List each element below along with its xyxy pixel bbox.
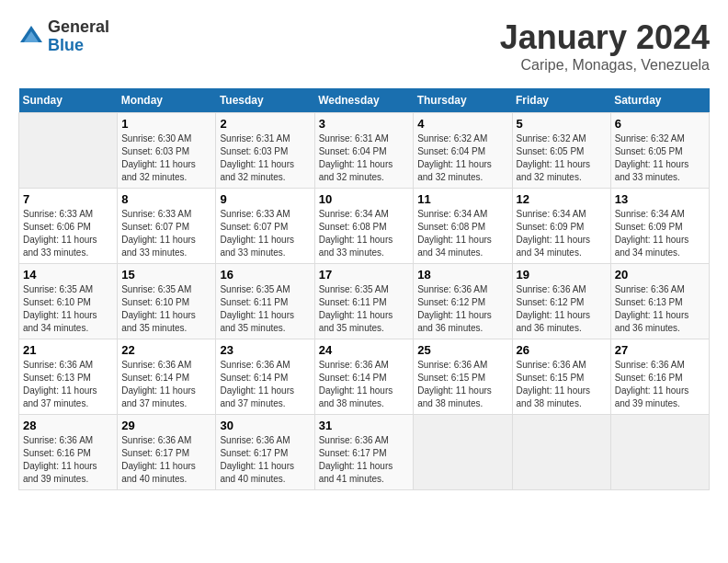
day-number: 8 (121, 192, 211, 206)
day-number: 13 (615, 192, 705, 206)
calendar-cell: 14Sunrise: 6:35 AMSunset: 6:10 PMDayligh… (19, 264, 118, 339)
day-info: Sunrise: 6:36 AMSunset: 6:13 PMDaylight:… (23, 359, 113, 410)
day-info: Sunrise: 6:35 AMSunset: 6:11 PMDaylight:… (319, 283, 410, 335)
calendar-cell: 25Sunrise: 6:36 AMSunset: 6:15 PMDayligh… (414, 339, 512, 415)
day-number: 20 (615, 268, 705, 282)
logo-blue: Blue (48, 37, 109, 55)
day-number: 3 (319, 117, 410, 131)
header: General Blue January 2024 Caripe, Monaga… (18, 18, 710, 74)
calendar-cell: 21Sunrise: 6:36 AMSunset: 6:13 PMDayligh… (19, 339, 118, 415)
day-info: Sunrise: 6:31 AMSunset: 6:03 PMDaylight:… (220, 132, 310, 184)
col-header-wednesday: Wednesday (314, 88, 414, 113)
day-info: Sunrise: 6:36 AMSunset: 6:17 PMDaylight:… (220, 434, 310, 486)
day-info: Sunrise: 6:33 AMSunset: 6:07 PMDaylight:… (121, 208, 211, 259)
day-info: Sunrise: 6:36 AMSunset: 6:17 PMDaylight:… (319, 434, 410, 486)
day-number: 18 (417, 268, 507, 282)
calendar-cell: 1Sunrise: 6:30 AMSunset: 6:03 PMDaylight… (118, 113, 216, 189)
day-info: Sunrise: 6:32 AMSunset: 6:05 PMDaylight:… (517, 132, 607, 184)
day-number: 29 (121, 419, 211, 432)
day-number: 1 (121, 117, 211, 131)
col-header-sunday: Sunday (19, 88, 118, 113)
day-info: Sunrise: 6:36 AMSunset: 6:12 PMDaylight:… (417, 283, 507, 335)
calendar-cell: 18Sunrise: 6:36 AMSunset: 6:12 PMDayligh… (414, 264, 512, 339)
day-info: Sunrise: 6:36 AMSunset: 6:16 PMDaylight:… (615, 359, 705, 410)
calendar-cell: 31Sunrise: 6:36 AMSunset: 6:17 PMDayligh… (314, 415, 414, 490)
calendar-cell: 12Sunrise: 6:34 AMSunset: 6:09 PMDayligh… (512, 189, 610, 264)
calendar-cell (512, 415, 610, 490)
calendar-cell (610, 415, 709, 490)
day-info: Sunrise: 6:36 AMSunset: 6:14 PMDaylight:… (319, 359, 410, 410)
day-number: 6 (615, 117, 705, 131)
day-info: Sunrise: 6:34 AMSunset: 6:08 PMDaylight:… (319, 208, 410, 259)
day-info: Sunrise: 6:32 AMSunset: 6:04 PMDaylight:… (417, 132, 507, 184)
day-number: 2 (220, 117, 310, 131)
day-number: 12 (517, 192, 607, 206)
day-info: Sunrise: 6:36 AMSunset: 6:14 PMDaylight:… (121, 359, 211, 410)
day-info: Sunrise: 6:33 AMSunset: 6:07 PMDaylight:… (220, 208, 310, 259)
calendar-cell: 9Sunrise: 6:33 AMSunset: 6:07 PMDaylight… (216, 189, 314, 264)
calendar-cell: 19Sunrise: 6:36 AMSunset: 6:12 PMDayligh… (512, 264, 610, 339)
col-header-friday: Friday (512, 88, 610, 113)
calendar-cell: 7Sunrise: 6:33 AMSunset: 6:06 PMDaylight… (19, 189, 118, 264)
calendar-cell (19, 113, 118, 189)
day-info: Sunrise: 6:30 AMSunset: 6:03 PMDaylight:… (121, 132, 211, 184)
logo: General Blue (18, 18, 109, 55)
day-number: 26 (517, 343, 607, 357)
day-info: Sunrise: 6:34 AMSunset: 6:09 PMDaylight:… (517, 208, 607, 259)
day-number: 31 (319, 419, 410, 432)
day-info: Sunrise: 6:36 AMSunset: 6:15 PMDaylight:… (417, 359, 507, 410)
col-header-saturday: Saturday (610, 88, 709, 113)
day-info: Sunrise: 6:35 AMSunset: 6:10 PMDaylight:… (23, 283, 113, 335)
day-info: Sunrise: 6:36 AMSunset: 6:13 PMDaylight:… (615, 283, 705, 335)
day-number: 7 (23, 192, 113, 206)
calendar-cell: 2Sunrise: 6:31 AMSunset: 6:03 PMDaylight… (216, 113, 314, 189)
calendar-cell: 28Sunrise: 6:36 AMSunset: 6:16 PMDayligh… (19, 415, 118, 490)
day-number: 19 (517, 268, 607, 282)
day-info: Sunrise: 6:36 AMSunset: 6:16 PMDaylight:… (23, 434, 113, 486)
calendar-cell: 5Sunrise: 6:32 AMSunset: 6:05 PMDaylight… (512, 113, 610, 189)
calendar-cell: 20Sunrise: 6:36 AMSunset: 6:13 PMDayligh… (610, 264, 709, 339)
logo-icon (18, 24, 44, 50)
week-row-4: 21Sunrise: 6:36 AMSunset: 6:13 PMDayligh… (19, 339, 710, 415)
main-title: January 2024 (500, 18, 710, 57)
day-number: 28 (23, 419, 113, 432)
logo-general: General (48, 18, 109, 37)
calendar-cell: 13Sunrise: 6:34 AMSunset: 6:09 PMDayligh… (610, 189, 709, 264)
logo-text: General Blue (48, 18, 109, 55)
title-section: January 2024 Caripe, Monagas, Venezuela (500, 18, 710, 74)
calendar-cell: 30Sunrise: 6:36 AMSunset: 6:17 PMDayligh… (216, 415, 314, 490)
calendar-cell (414, 415, 512, 490)
calendar-cell: 26Sunrise: 6:36 AMSunset: 6:15 PMDayligh… (512, 339, 610, 415)
header-row: SundayMondayTuesdayWednesdayThursdayFrid… (19, 88, 710, 113)
day-number: 25 (417, 343, 507, 357)
calendar-cell: 10Sunrise: 6:34 AMSunset: 6:08 PMDayligh… (314, 189, 414, 264)
calendar-cell: 29Sunrise: 6:36 AMSunset: 6:17 PMDayligh… (118, 415, 216, 490)
day-info: Sunrise: 6:36 AMSunset: 6:15 PMDaylight:… (517, 359, 607, 410)
calendar-table: SundayMondayTuesdayWednesdayThursdayFrid… (18, 88, 710, 490)
day-number: 11 (417, 192, 507, 206)
calendar-cell: 4Sunrise: 6:32 AMSunset: 6:04 PMDaylight… (414, 113, 512, 189)
day-info: Sunrise: 6:36 AMSunset: 6:17 PMDaylight:… (121, 434, 211, 486)
day-number: 21 (23, 343, 113, 357)
day-info: Sunrise: 6:33 AMSunset: 6:06 PMDaylight:… (23, 208, 113, 259)
day-number: 27 (615, 343, 705, 357)
calendar-cell: 27Sunrise: 6:36 AMSunset: 6:16 PMDayligh… (610, 339, 709, 415)
day-number: 17 (319, 268, 410, 282)
day-number: 30 (220, 419, 310, 432)
day-info: Sunrise: 6:36 AMSunset: 6:14 PMDaylight:… (220, 359, 310, 410)
day-info: Sunrise: 6:32 AMSunset: 6:05 PMDaylight:… (615, 132, 705, 184)
calendar-cell: 11Sunrise: 6:34 AMSunset: 6:08 PMDayligh… (414, 189, 512, 264)
week-row-3: 14Sunrise: 6:35 AMSunset: 6:10 PMDayligh… (19, 264, 710, 339)
day-number: 22 (121, 343, 211, 357)
calendar-cell: 6Sunrise: 6:32 AMSunset: 6:05 PMDaylight… (610, 113, 709, 189)
calendar-cell: 16Sunrise: 6:35 AMSunset: 6:11 PMDayligh… (216, 264, 314, 339)
calendar-cell: 24Sunrise: 6:36 AMSunset: 6:14 PMDayligh… (314, 339, 414, 415)
day-number: 24 (319, 343, 410, 357)
day-number: 10 (319, 192, 410, 206)
col-header-tuesday: Tuesday (216, 88, 314, 113)
col-header-thursday: Thursday (414, 88, 512, 113)
col-header-monday: Monday (118, 88, 216, 113)
week-row-1: 1Sunrise: 6:30 AMSunset: 6:03 PMDaylight… (19, 113, 710, 189)
day-info: Sunrise: 6:36 AMSunset: 6:12 PMDaylight:… (517, 283, 607, 335)
day-number: 14 (23, 268, 113, 282)
